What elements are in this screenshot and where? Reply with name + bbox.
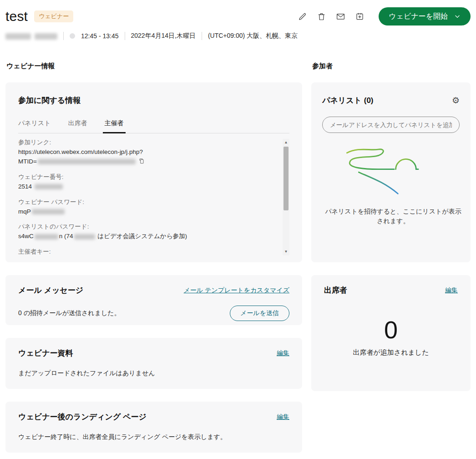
panelist-card: パネリスト (0) ⚙ (311, 82, 471, 262)
timezone: (UTC+09:00) 大阪、札幌、東京 (208, 32, 298, 40)
join-link-label: 参加リンク: (18, 138, 276, 148)
flag-hill-illustration (343, 145, 439, 199)
gear-icon: ⚙ (452, 96, 460, 105)
panelist-password-prefix: s4wC (18, 233, 34, 240)
redacted-text (35, 184, 63, 189)
pencil-icon (298, 12, 307, 21)
webinar-meta-bar: 12:45 - 13:45 2022年4月14日,木曜日 (UTC+09:00)… (5, 31, 471, 41)
add-to-calendar-button[interactable] (352, 9, 367, 24)
email-message-card: メール メッセージ メール テンプレートをカスタマイズ 0 の招待メールが送信さ… (5, 275, 302, 325)
host-name-redacted (5, 32, 57, 40)
join-info-card: 参加に関する情報 パネリスト 出席者 主催者 参加リンク: https://ut… (5, 82, 302, 262)
panelist-empty-text: パネリストを招待すると、ここにリストが表示されます。 (322, 207, 464, 226)
join-info-scroll-area: 参加リンク: https://utelecon.webex.com/utelec… (18, 138, 289, 257)
webinar-number-label: ウェビナー番号: (18, 173, 276, 182)
join-info-title: 参加に関する情報 (18, 95, 289, 106)
landing-card-title: ウェビナー後のランディング ページ (18, 412, 147, 422)
copy-icon[interactable] (138, 158, 145, 164)
webinar-materials-card: ウェビナー資料 編集 まだアップロードされたファイルはありません (5, 338, 302, 389)
start-webinar-button[interactable]: ウェビナーを開始 (379, 7, 471, 26)
scrollbar: ▲ ▼ (283, 139, 289, 255)
webinar-info-column: ウェビナー情報 参加に関する情報 パネリスト 出席者 主催者 参加リンク: ht… (5, 62, 302, 459)
time-range: 12:45 - 13:45 (81, 32, 119, 40)
scroll-up-icon[interactable]: ▲ (284, 139, 288, 146)
redacted-text (35, 234, 58, 240)
scrollbar-thumb[interactable] (284, 147, 289, 210)
divider (125, 32, 125, 40)
materials-empty-text: まだアップロードされたファイルはありません (18, 369, 289, 377)
attendee-card-title: 出席者 (324, 285, 347, 296)
chevron-down-icon (454, 13, 461, 20)
edit-button[interactable] (295, 9, 309, 24)
landing-description: ウェビナー終了時に、出席者全員にランディング ページを表示します。 (18, 433, 289, 441)
header-actions: ウェビナーを開始 (295, 7, 471, 26)
panelist-email-input[interactable] (322, 117, 460, 133)
trash-icon (317, 12, 326, 21)
webinar-number-field: ウェビナー番号: 2514 (18, 173, 276, 192)
header: test ウェビナー (5, 6, 471, 26)
host-key-label: 主催者キー: (18, 247, 276, 257)
envelope-icon (336, 12, 345, 21)
scroll-down-icon[interactable]: ▼ (284, 249, 288, 255)
landing-edit-link[interactable]: 編集 (277, 413, 289, 421)
send-email-button[interactable]: メールを送信 (230, 306, 289, 321)
section-title-participants: 参加者 (312, 62, 471, 71)
tab-panelist[interactable]: パネリスト (18, 119, 51, 133)
attendee-count: 0 (324, 317, 458, 342)
email-button[interactable] (333, 9, 348, 24)
webinar-password-value: mqP (18, 207, 276, 217)
divider (202, 32, 202, 40)
panelist-card-title: パネリスト (0) (322, 95, 374, 106)
join-link-field: 参加リンク: https://utelecon.webex.com/utelec… (18, 138, 276, 167)
post-webinar-landing-card: ウェビナー後のランディング ページ 編集 ウェビナー終了時に、出席者全員にランデ… (5, 402, 302, 453)
redacted-text (32, 209, 65, 214)
attendee-card: 出席者 編集 0 出席者が追加されました (311, 275, 471, 391)
join-link-url: https://utelecon.webex.com/utelecon-jp/j… (18, 148, 143, 155)
host-key-field: 主催者キー: (18, 247, 276, 257)
join-link-value: https://utelecon.webex.com/utelecon-jp/j… (18, 148, 276, 167)
webinar-type-badge: ウェビナー (34, 10, 73, 22)
status-dot-icon (70, 33, 75, 39)
attendee-count-caption: 出席者が追加されました (324, 348, 458, 357)
section-title-webinar-info: ウェビナー情報 (6, 62, 302, 71)
date: 2022年4月14日,木曜日 (131, 32, 196, 40)
join-info-tabs: パネリスト 出席者 主催者 (18, 119, 289, 133)
panelist-password-field: パネリストのパスワード: s4wCn (74 はビデオ会議システムから参加) (18, 222, 276, 241)
join-info-content: 参加リンク: https://utelecon.webex.com/utelec… (18, 138, 289, 257)
divider (63, 32, 64, 40)
join-link-mtid-prefix: MTID= (18, 158, 37, 165)
panelist-settings-button[interactable]: ⚙ (452, 96, 460, 105)
redacted-text (38, 159, 136, 164)
tab-host[interactable]: 主催者 (105, 119, 124, 133)
attendee-edit-link[interactable]: 編集 (445, 286, 458, 295)
customize-template-link[interactable]: メール テンプレートをカスタマイズ (184, 286, 289, 295)
panelist-password-suffix: はビデオ会議システムから参加) (96, 233, 187, 240)
redacted-text (74, 234, 95, 240)
redacted-text (35, 33, 57, 40)
participants-column: 参加者 パネリスト (0) ⚙ (311, 62, 471, 404)
tab-attendee[interactable]: 出席者 (68, 119, 87, 133)
materials-card-title: ウェビナー資料 (18, 348, 73, 358)
panelist-password-mid: n (74 (59, 233, 73, 240)
calendar-plus-icon (355, 12, 365, 21)
webinar-password-label: ウェビナー パスワード: (18, 198, 276, 207)
delete-button[interactable] (314, 9, 329, 24)
materials-edit-link[interactable]: 編集 (277, 349, 289, 357)
webinar-password-field: ウェビナー パスワード: mqP (18, 198, 276, 217)
start-webinar-label: ウェビナーを開始 (389, 12, 448, 21)
webinar-number-value: 2514 (18, 182, 276, 192)
webinar-detail-page: test ウェビナー (0, 0, 476, 459)
page-title: test (5, 9, 28, 24)
redacted-text (5, 33, 31, 40)
panelist-password-value: s4wCn (74 はビデオ会議システムから参加) (18, 232, 276, 241)
invitations-sent-text: 0 の招待メールが送信されました。 (18, 309, 121, 317)
email-card-title: メール メッセージ (18, 285, 83, 296)
webinar-password-prefix: mqP (18, 208, 31, 215)
panelist-password-label: パネリストのパスワード: (18, 222, 276, 232)
webinar-number-prefix: 2514 (18, 183, 34, 190)
